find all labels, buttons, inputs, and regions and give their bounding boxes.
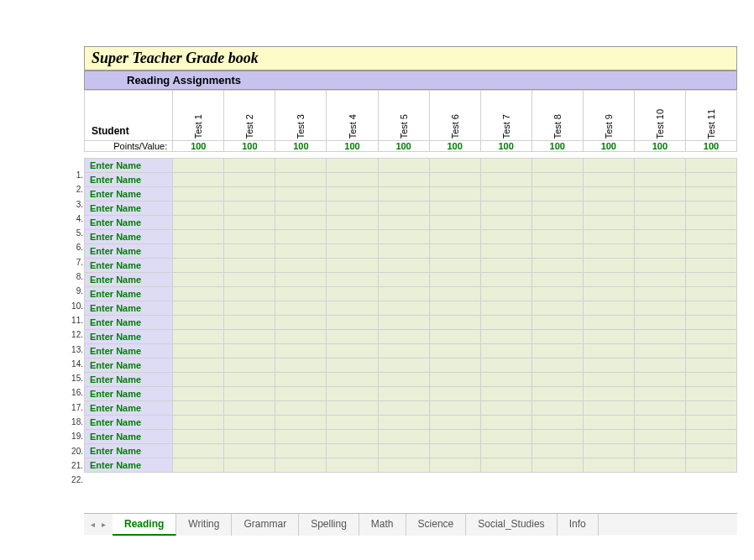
- grade-cell[interactable]: [327, 173, 378, 187]
- grade-cell[interactable]: [531, 359, 583, 373]
- grade-cell[interactable]: [173, 416, 224, 430]
- grade-cell[interactable]: [685, 373, 736, 387]
- grade-cell[interactable]: [634, 301, 685, 316]
- grade-cell[interactable]: [327, 359, 378, 373]
- grade-cell[interactable]: [583, 401, 634, 416]
- grade-cell[interactable]: [173, 344, 224, 359]
- grade-cell[interactable]: [378, 359, 429, 373]
- grade-cell[interactable]: [327, 444, 378, 458]
- sheet-tab-info[interactable]: Info: [558, 514, 599, 536]
- grade-cell[interactable]: [480, 316, 531, 330]
- grade-cell[interactable]: [173, 316, 224, 330]
- grade-cell[interactable]: [583, 159, 634, 173]
- grade-cell[interactable]: [634, 401, 685, 416]
- grade-cell[interactable]: [429, 401, 480, 416]
- grade-cell[interactable]: [275, 259, 327, 273]
- grade-cell[interactable]: [531, 430, 583, 444]
- grade-cell[interactable]: [634, 159, 685, 173]
- grade-cell[interactable]: [531, 301, 583, 316]
- grade-cell[interactable]: [224, 444, 275, 458]
- grade-cell[interactable]: [480, 444, 531, 458]
- sheet-tab-grammar[interactable]: Grammar: [232, 514, 299, 536]
- grade-cell[interactable]: [685, 287, 736, 301]
- grade-cell[interactable]: [583, 373, 634, 387]
- grade-cell[interactable]: [327, 287, 378, 301]
- student-name-cell[interactable]: Enter Name: [85, 201, 173, 216]
- grade-cell[interactable]: [634, 216, 685, 230]
- grade-cell[interactable]: [275, 273, 327, 287]
- points-cell[interactable]: 100: [224, 141, 275, 152]
- grade-cell[interactable]: [275, 330, 327, 344]
- grade-cell[interactable]: [224, 287, 275, 301]
- grade-cell[interactable]: [480, 230, 531, 244]
- grade-cell[interactable]: [583, 330, 634, 344]
- grade-cell[interactable]: [327, 159, 378, 173]
- grade-cell[interactable]: [583, 458, 634, 473]
- grade-cell[interactable]: [429, 416, 480, 430]
- grade-cell[interactable]: [378, 187, 429, 201]
- student-name-cell[interactable]: Enter Name: [85, 430, 173, 444]
- points-cell[interactable]: 100: [429, 141, 480, 152]
- student-name-cell[interactable]: Enter Name: [85, 287, 173, 301]
- grade-cell[interactable]: [634, 259, 685, 273]
- grade-cell[interactable]: [327, 316, 378, 330]
- grade-cell[interactable]: [480, 201, 531, 216]
- grade-cell[interactable]: [327, 458, 378, 473]
- grade-cell[interactable]: [224, 201, 275, 216]
- student-name-cell[interactable]: Enter Name: [85, 401, 173, 416]
- sheet-tab-writing[interactable]: Writing: [176, 514, 232, 536]
- grade-cell[interactable]: [583, 301, 634, 316]
- grade-cell[interactable]: [173, 230, 224, 244]
- grade-cell[interactable]: [378, 216, 429, 230]
- grade-cell[interactable]: [531, 187, 583, 201]
- grade-cell[interactable]: [378, 201, 429, 216]
- grade-cell[interactable]: [378, 316, 429, 330]
- grade-cell[interactable]: [275, 230, 327, 244]
- grade-cell[interactable]: [685, 301, 736, 316]
- grade-cell[interactable]: [327, 230, 378, 244]
- student-name-cell[interactable]: Enter Name: [85, 444, 173, 458]
- grade-cell[interactable]: [173, 359, 224, 373]
- grade-cell[interactable]: [224, 359, 275, 373]
- grade-cell[interactable]: [429, 259, 480, 273]
- grade-cell[interactable]: [173, 373, 224, 387]
- student-name-cell[interactable]: Enter Name: [85, 244, 173, 259]
- grade-cell[interactable]: [275, 373, 327, 387]
- grade-cell[interactable]: [224, 344, 275, 359]
- grade-cell[interactable]: [275, 301, 327, 316]
- grade-cell[interactable]: [275, 187, 327, 201]
- grade-cell[interactable]: [685, 230, 736, 244]
- grade-cell[interactable]: [275, 444, 327, 458]
- grade-cell[interactable]: [327, 301, 378, 316]
- grade-cell[interactable]: [224, 373, 275, 387]
- grade-cell[interactable]: [583, 187, 634, 201]
- grade-cell[interactable]: [429, 244, 480, 259]
- grade-cell[interactable]: [173, 159, 224, 173]
- grade-cell[interactable]: [634, 316, 685, 330]
- points-cell[interactable]: 100: [173, 141, 224, 152]
- grade-cell[interactable]: [378, 244, 429, 259]
- grade-cell[interactable]: [429, 373, 480, 387]
- grade-cell[interactable]: [531, 273, 583, 287]
- points-cell[interactable]: 100: [634, 141, 685, 152]
- student-name-cell[interactable]: Enter Name: [85, 173, 173, 187]
- grade-cell[interactable]: [224, 187, 275, 201]
- grade-cell[interactable]: [327, 244, 378, 259]
- grade-cell[interactable]: [173, 444, 224, 458]
- grade-cell[interactable]: [583, 359, 634, 373]
- sheet-tab-science[interactable]: Science: [406, 514, 467, 536]
- grade-cell[interactable]: [327, 273, 378, 287]
- grade-cell[interactable]: [224, 387, 275, 401]
- grade-cell[interactable]: [480, 330, 531, 344]
- grade-cell[interactable]: [224, 159, 275, 173]
- grade-cell[interactable]: [173, 244, 224, 259]
- grade-cell[interactable]: [685, 430, 736, 444]
- grade-cell[interactable]: [275, 416, 327, 430]
- grade-cell[interactable]: [173, 430, 224, 444]
- grade-cell[interactable]: [480, 173, 531, 187]
- grade-cell[interactable]: [173, 458, 224, 473]
- grade-cell[interactable]: [378, 230, 429, 244]
- grade-cell[interactable]: [531, 216, 583, 230]
- grade-cell[interactable]: [275, 430, 327, 444]
- grade-cell[interactable]: [480, 344, 531, 359]
